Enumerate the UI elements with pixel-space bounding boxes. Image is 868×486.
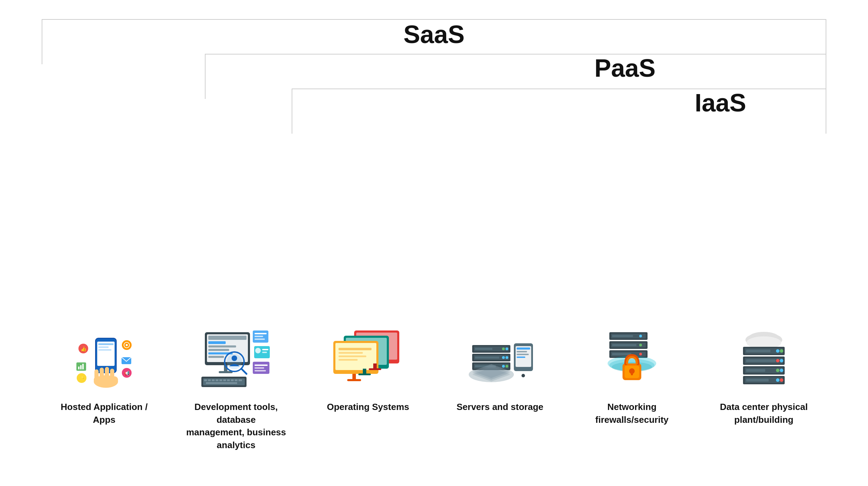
svg-rect-19 bbox=[78, 367, 80, 369]
item-servers-label: Servers and storage bbox=[457, 401, 543, 413]
svg-rect-50 bbox=[235, 379, 237, 381]
svg-rect-63 bbox=[254, 367, 264, 369]
devtools-icon bbox=[201, 328, 271, 390]
svg-rect-3 bbox=[98, 346, 109, 348]
svg-rect-52 bbox=[206, 382, 237, 384]
svg-rect-51 bbox=[239, 379, 242, 381]
item-networking-label: Networkingfirewalls/security bbox=[595, 401, 669, 426]
svg-rect-94 bbox=[475, 348, 492, 350]
svg-rect-29 bbox=[208, 341, 226, 344]
svg-rect-101 bbox=[517, 354, 529, 355]
svg-rect-71 bbox=[352, 374, 356, 379]
svg-rect-75 bbox=[373, 363, 377, 369]
svg-point-86 bbox=[506, 365, 508, 368]
svg-point-139 bbox=[780, 359, 783, 362]
items-row: 👍 ⭐ bbox=[0, 328, 868, 451]
svg-rect-142 bbox=[746, 369, 765, 372]
svg-rect-109 bbox=[612, 335, 633, 337]
svg-rect-45 bbox=[216, 379, 218, 381]
svg-rect-79 bbox=[339, 355, 366, 357]
svg-line-38 bbox=[241, 369, 247, 374]
item-servers: Servers and storage bbox=[434, 328, 566, 413]
paas-label: PaaS bbox=[594, 54, 656, 82]
svg-rect-147 bbox=[746, 379, 769, 382]
item-dev-tools-label: Development tools,databasemanagement, bu… bbox=[186, 401, 286, 451]
svg-rect-4 bbox=[98, 349, 111, 351]
svg-rect-47 bbox=[223, 379, 226, 381]
svg-text:⭐: ⭐ bbox=[79, 376, 85, 382]
svg-rect-42 bbox=[204, 379, 207, 381]
svg-rect-73 bbox=[363, 369, 366, 374]
svg-rect-55 bbox=[254, 336, 263, 337]
svg-point-143 bbox=[776, 369, 779, 372]
svg-rect-77 bbox=[339, 348, 372, 350]
svg-point-144 bbox=[780, 369, 783, 372]
svg-point-90 bbox=[502, 356, 505, 359]
svg-point-138 bbox=[776, 359, 779, 362]
svg-point-114 bbox=[639, 344, 642, 346]
svg-text:📢: 📢 bbox=[124, 370, 130, 376]
svg-rect-62 bbox=[254, 364, 268, 366]
svg-point-95 bbox=[502, 347, 505, 350]
item-datacenter: Data center physicalplant/building bbox=[698, 328, 830, 426]
networking-icon bbox=[597, 328, 667, 390]
monitors-icon bbox=[333, 328, 403, 390]
svg-text:👍: 👍 bbox=[81, 346, 87, 352]
phone-icon: 👍 ⭐ bbox=[69, 328, 139, 390]
svg-point-149 bbox=[780, 378, 783, 382]
svg-rect-117 bbox=[612, 353, 631, 355]
svg-point-134 bbox=[780, 349, 783, 353]
svg-rect-102 bbox=[517, 357, 525, 358]
svg-rect-74 bbox=[358, 374, 371, 375]
svg-rect-8 bbox=[94, 369, 99, 380]
svg-rect-89 bbox=[475, 357, 499, 359]
item-os: Operating Systems bbox=[302, 328, 434, 413]
svg-rect-33 bbox=[208, 356, 224, 358]
svg-rect-72 bbox=[347, 379, 361, 381]
item-networking: Networkingfirewalls/security bbox=[566, 328, 698, 426]
svg-point-118 bbox=[639, 353, 642, 355]
svg-rect-132 bbox=[746, 350, 770, 352]
page-container: SaaS PaaS IaaS bbox=[0, 0, 868, 486]
saas-label: SaaS bbox=[403, 20, 465, 49]
svg-point-133 bbox=[776, 349, 779, 353]
svg-rect-28 bbox=[208, 336, 247, 340]
svg-point-91 bbox=[506, 356, 508, 359]
svg-rect-49 bbox=[231, 379, 234, 381]
svg-rect-64 bbox=[254, 370, 266, 371]
svg-rect-76 bbox=[369, 368, 381, 370]
svg-rect-21 bbox=[82, 364, 84, 369]
svg-rect-137 bbox=[746, 359, 776, 362]
svg-point-103 bbox=[521, 374, 525, 377]
svg-point-16 bbox=[126, 344, 128, 346]
svg-rect-78 bbox=[339, 352, 363, 354]
svg-rect-9 bbox=[100, 368, 104, 380]
item-dev-tools: Development tools,databasemanagement, bu… bbox=[170, 328, 302, 451]
datacenter-icon bbox=[729, 328, 799, 390]
svg-rect-60 bbox=[262, 352, 267, 353]
item-hosted-app: 👍 ⭐ bbox=[38, 328, 170, 426]
svg-rect-48 bbox=[227, 379, 230, 381]
svg-rect-125 bbox=[631, 371, 633, 375]
svg-point-58 bbox=[255, 348, 261, 353]
svg-rect-80 bbox=[339, 359, 358, 361]
svg-rect-20 bbox=[80, 365, 82, 369]
svg-rect-1 bbox=[97, 342, 115, 366]
svg-point-110 bbox=[639, 335, 642, 337]
svg-point-39 bbox=[232, 355, 237, 361]
svg-rect-31 bbox=[208, 349, 229, 351]
svg-rect-44 bbox=[212, 379, 215, 381]
svg-rect-99 bbox=[517, 347, 530, 350]
svg-rect-43 bbox=[208, 379, 211, 381]
svg-rect-46 bbox=[219, 379, 222, 381]
svg-rect-10 bbox=[105, 367, 109, 380]
svg-rect-56 bbox=[254, 338, 265, 340]
item-os-label: Operating Systems bbox=[327, 401, 409, 413]
svg-point-96 bbox=[506, 347, 508, 350]
svg-rect-54 bbox=[254, 333, 267, 334]
svg-point-148 bbox=[776, 378, 779, 382]
iaas-label: IaaS bbox=[695, 89, 746, 117]
svg-rect-100 bbox=[517, 351, 527, 352]
svg-rect-30 bbox=[208, 345, 236, 347]
svg-rect-59 bbox=[262, 349, 268, 350]
